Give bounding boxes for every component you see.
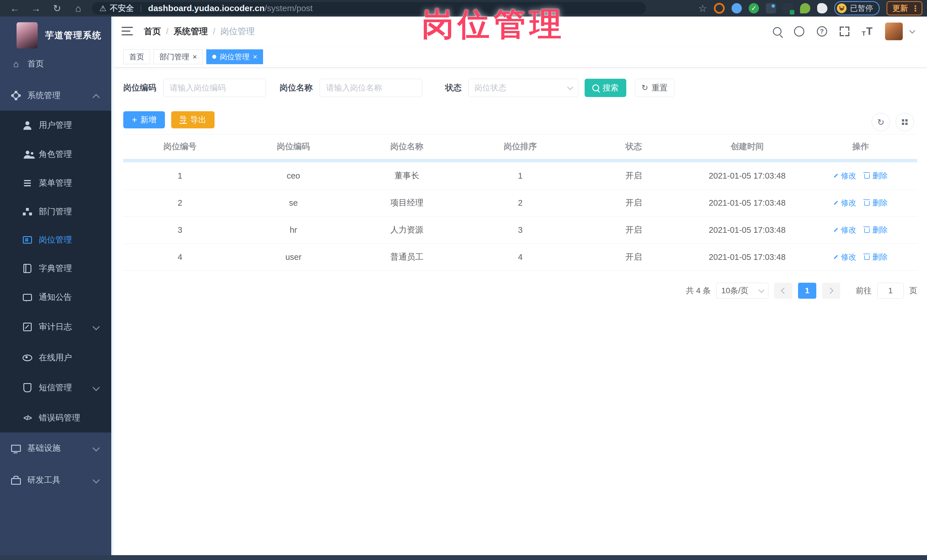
- delete-link[interactable]: 删除: [864, 225, 887, 235]
- sidebar-item-posts[interactable]: 岗位管理: [0, 230, 111, 250]
- breadcrumb: 首页 / 系统管理 / 岗位管理: [144, 17, 255, 46]
- grid-icon: [902, 119, 904, 121]
- edit-link[interactable]: 修改: [833, 171, 856, 181]
- reset-button[interactable]: ↻ 重置: [635, 79, 674, 97]
- tab-home[interactable]: 首页: [123, 49, 150, 64]
- goto-label: 前往: [856, 285, 872, 296]
- page-unit: 页: [909, 285, 917, 296]
- annotation-title: 岗位管理: [422, 3, 565, 46]
- edit-link[interactable]: 修改: [833, 198, 856, 208]
- sidebar-item-users[interactable]: 用户管理: [0, 115, 111, 135]
- total-count: 共 4 条: [686, 285, 711, 296]
- sidebar-item-audit-log[interactable]: 审计日志: [0, 317, 111, 337]
- monitor-icon: [8, 442, 24, 454]
- menu-collapse-icon[interactable]: [122, 27, 133, 38]
- page-size-select[interactable]: 10条/页: [716, 283, 768, 299]
- tags-view-bar: 首页 部门管理 × 岗位管理 ×: [114, 46, 927, 68]
- paused-extension-badge[interactable]: 已暂停: [834, 1, 880, 15]
- font-size-icon[interactable]: [862, 26, 872, 37]
- github-icon[interactable]: [794, 26, 804, 36]
- search-icon: [592, 85, 599, 91]
- home-icon[interactable]: ⌂: [72, 0, 84, 17]
- breadcrumb-system[interactable]: 系统管理: [173, 26, 208, 37]
- sidebar-item-notice[interactable]: 通知公告: [0, 288, 111, 307]
- goto-page-input[interactable]: [877, 283, 904, 299]
- extension-icon-1[interactable]: [714, 3, 725, 14]
- close-icon[interactable]: ×: [253, 53, 257, 61]
- extension-icon-7[interactable]: [817, 3, 827, 14]
- sidebar-item-sms[interactable]: 短信管理: [0, 378, 111, 398]
- delete-link[interactable]: 删除: [864, 198, 887, 208]
- sidebar-item-roles[interactable]: 角色管理: [0, 145, 111, 164]
- chevron-left-icon: [781, 288, 787, 294]
- delete-icon: [864, 201, 870, 206]
- next-page-button[interactable]: [822, 283, 840, 299]
- chat-bubble-icon: [20, 291, 35, 303]
- fullscreen-icon[interactable]: [840, 27, 849, 36]
- column-header: 创建时间: [690, 141, 804, 152]
- search-icon[interactable]: [773, 27, 781, 36]
- tab-posts[interactable]: 岗位管理 ×: [206, 49, 263, 64]
- close-icon[interactable]: ×: [193, 53, 197, 61]
- sidebar-item-menus[interactable]: 菜单管理: [0, 173, 111, 193]
- post-name-input[interactable]: [319, 79, 422, 97]
- table-row: 4 user 普通员工 4 开启 2021-01-05 17:03:48 修改 …: [123, 244, 917, 271]
- security-warning-icon: ⚠: [99, 4, 106, 13]
- bookmark-star-icon[interactable]: ☆: [699, 3, 707, 14]
- delete-link[interactable]: 删除: [864, 252, 887, 262]
- sidebar-item-error-codes[interactable]: </> 错误码管理: [0, 408, 111, 428]
- extension-icon-3[interactable]: ✓: [749, 3, 759, 14]
- log-edit-icon: [20, 321, 35, 332]
- search-button[interactable]: 搜索: [585, 79, 626, 97]
- pagination: 共 4 条 10条/页 1 前往 页: [686, 283, 917, 299]
- help-icon[interactable]: ?: [817, 26, 827, 36]
- forward-icon[interactable]: →: [30, 0, 42, 17]
- status-label: 状态: [445, 82, 462, 94]
- avatar[interactable]: [885, 23, 903, 40]
- caret-down-icon[interactable]: [909, 27, 915, 33]
- back-icon[interactable]: ←: [9, 0, 21, 17]
- status-select[interactable]: 岗位状态: [468, 79, 578, 97]
- sidebar-item-dict[interactable]: 字典管理: [0, 259, 111, 278]
- sidebar-item-home[interactable]: ⌂ 首页: [0, 54, 111, 74]
- code-icon: </>: [20, 412, 35, 423]
- edit-icon: [834, 255, 838, 260]
- sidebar-item-system[interactable]: 系统管理: [0, 86, 111, 105]
- sidebar-item-online-users[interactable]: 在线用户: [0, 348, 111, 367]
- browser-update-button[interactable]: 更新 ⋮: [886, 1, 922, 15]
- edit-link[interactable]: 修改: [833, 252, 856, 262]
- sidebar-item-departments[interactable]: 部门管理: [0, 202, 111, 222]
- delete-icon: [864, 174, 870, 179]
- add-button[interactable]: + 新增: [123, 111, 165, 128]
- download-icon: 导: [179, 116, 187, 124]
- app-title: 芋道管理系统: [45, 29, 102, 41]
- extension-icon-6[interactable]: [800, 3, 810, 14]
- refresh-table-button[interactable]: ↻: [872, 113, 890, 131]
- prev-page-button[interactable]: [774, 283, 792, 299]
- plus-icon: +: [132, 115, 137, 124]
- edit-icon: [834, 201, 838, 205]
- app-logo[interactable]: 芋道管理系统: [17, 22, 102, 49]
- edit-link[interactable]: 修改: [833, 225, 856, 235]
- edit-icon: [834, 174, 838, 178]
- table-row: 2 se 项目经理 2 开启 2021-01-05 17:03:48 修改 删除: [123, 190, 917, 217]
- extension-icon-2[interactable]: [732, 3, 742, 14]
- extension-icon-5[interactable]: [783, 3, 793, 14]
- tab-departments[interactable]: 部门管理 ×: [153, 49, 203, 64]
- sidebar-scrollbar[interactable]: [111, 17, 114, 555]
- column-header: 岗位编号: [123, 141, 237, 152]
- post-code-input[interactable]: [163, 79, 266, 97]
- delete-link[interactable]: 删除: [864, 171, 887, 181]
- extension-icon-4[interactable]: [766, 3, 776, 14]
- reload-icon[interactable]: ↻: [51, 0, 63, 17]
- table-header-row: 岗位编号 岗位编码 岗位名称 岗位排序 状态 创建时间 操作: [123, 134, 917, 159]
- sidebar-item-devtools[interactable]: 研发工具: [0, 470, 111, 490]
- breadcrumb-home[interactable]: 首页: [144, 26, 161, 37]
- export-button[interactable]: 导 导出: [171, 111, 214, 128]
- kebab-menu-icon[interactable]: ⋮: [911, 4, 919, 13]
- column-settings-button[interactable]: [896, 113, 914, 131]
- sidebar-item-infrastructure[interactable]: 基础设施: [0, 439, 111, 458]
- chevron-right-icon: [827, 288, 834, 294]
- current-page[interactable]: 1: [798, 283, 816, 299]
- security-label[interactable]: 不安全: [110, 3, 134, 14]
